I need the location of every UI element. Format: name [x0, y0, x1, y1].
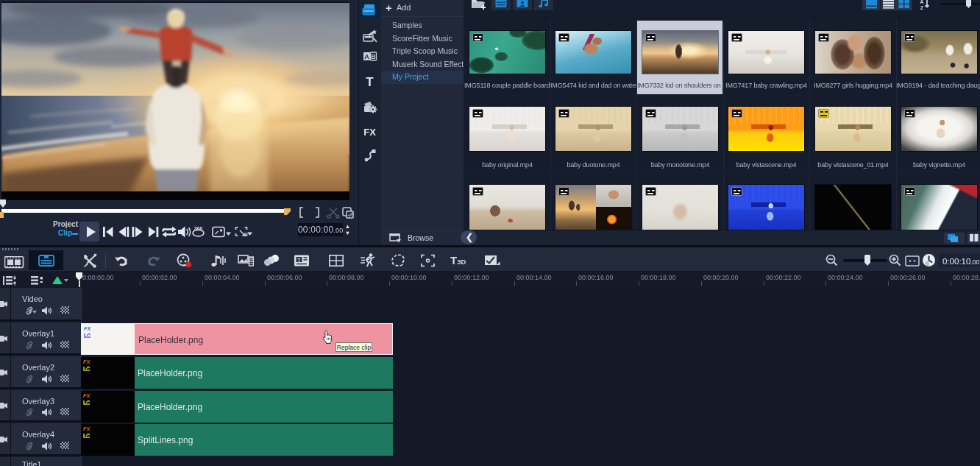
svg-text:Z: Z [920, 4, 924, 10]
svg-text:T: T [297, 258, 301, 263]
svg-text:A: A [364, 53, 369, 60]
svg-text:360: 360 [194, 226, 203, 231]
svg-text:B: B [371, 53, 376, 60]
